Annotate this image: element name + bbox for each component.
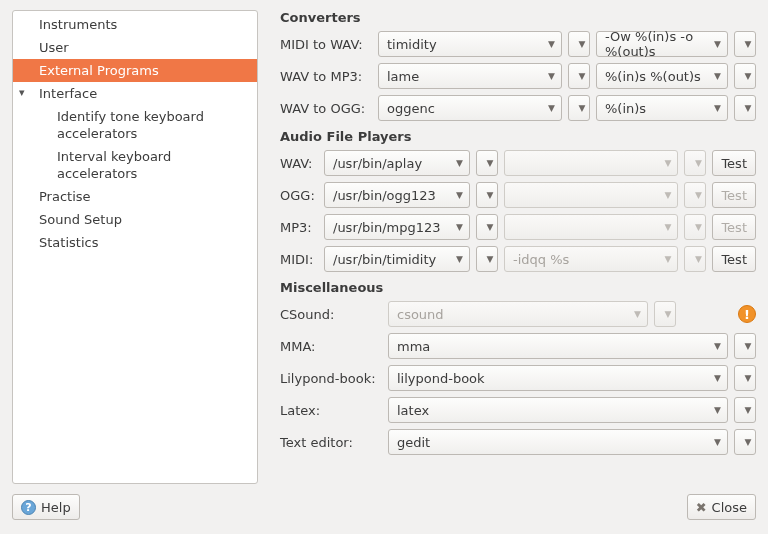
converter-cmd-value: oggenc bbox=[387, 101, 435, 116]
converter-args[interactable]: %(in)s %(out)s▼ bbox=[596, 63, 728, 89]
sidebar-item-instruments[interactable]: Instruments bbox=[13, 13, 257, 36]
misc-label: Latex: bbox=[280, 403, 382, 418]
converter-args[interactable]: -Ow %(in)s -o %(out)s▼ bbox=[596, 31, 728, 57]
audio-cmd-value: /usr/bin/aplay bbox=[333, 156, 422, 171]
misc-dropdown[interactable]: ▼ bbox=[734, 333, 756, 359]
sidebar-item-label: Interface bbox=[39, 86, 97, 101]
converter-cmd[interactable]: timidity▼ bbox=[378, 31, 562, 57]
chevron-down-icon: ▼ bbox=[695, 190, 702, 200]
audio-cmd[interactable]: /usr/bin/ogg123▼ bbox=[324, 182, 470, 208]
sidebar-item-interface[interactable]: ▾Interface bbox=[13, 82, 257, 105]
misc-value: csound▼ bbox=[388, 301, 648, 327]
converter-label: WAV to MP3: bbox=[280, 69, 372, 84]
chevron-down-icon: ▼ bbox=[579, 39, 586, 49]
chevron-down-icon: ▼ bbox=[548, 71, 555, 81]
chevron-down-icon: ▼ bbox=[745, 437, 752, 447]
converter-cmd[interactable]: oggenc▼ bbox=[378, 95, 562, 121]
audio-args: ▼ bbox=[504, 214, 678, 240]
test-label: Test bbox=[721, 188, 747, 203]
chevron-down-icon: ▼ bbox=[695, 158, 702, 168]
audio-args-dropdown: ▼ bbox=[684, 150, 706, 176]
sidebar-item-identify-tone-keyboard-accelerators[interactable]: Identify tone keyboard accelerators bbox=[13, 105, 257, 145]
help-button[interactable]: ? Help bbox=[12, 494, 80, 520]
audio-cmd-dropdown[interactable]: ▼ bbox=[476, 150, 498, 176]
sidebar: InstrumentsUserExternal Programs▾Interfa… bbox=[12, 10, 258, 484]
chevron-down-icon: ▼ bbox=[714, 39, 721, 49]
chevron-down-icon: ▼ bbox=[487, 222, 494, 232]
misc-value-value: csound bbox=[397, 307, 444, 322]
help-label: Help bbox=[41, 500, 71, 515]
converter-args-dropdown[interactable]: ▼ bbox=[734, 95, 756, 121]
misc-row: Text editor:gedit▼▼ bbox=[280, 429, 756, 455]
chevron-down-icon: ▼ bbox=[548, 39, 555, 49]
sidebar-item-user[interactable]: User bbox=[13, 36, 257, 59]
sidebar-item-sound-setup[interactable]: Sound Setup bbox=[13, 208, 257, 231]
chevron-down-icon: ▼ bbox=[664, 158, 671, 168]
converter-args-dropdown[interactable]: ▼ bbox=[734, 31, 756, 57]
converter-cmd-dropdown[interactable]: ▼ bbox=[568, 95, 590, 121]
misc-value[interactable]: mma▼ bbox=[388, 333, 728, 359]
chevron-down-icon: ▼ bbox=[695, 254, 702, 264]
audio-label: MP3: bbox=[280, 220, 318, 235]
chevron-down-icon: ▼ bbox=[664, 254, 671, 264]
sidebar-item-label: Sound Setup bbox=[39, 212, 122, 227]
converter-row: MIDI to WAV:timidity▼▼-Ow %(in)s -o %(ou… bbox=[280, 31, 756, 57]
close-label: Close bbox=[712, 500, 747, 515]
close-icon: ✖ bbox=[696, 500, 707, 515]
chevron-down-icon: ▼ bbox=[579, 103, 586, 113]
converter-args[interactable]: %(in)s▼ bbox=[596, 95, 728, 121]
chevron-down-icon: ▼ bbox=[456, 158, 463, 168]
test-label: Test bbox=[721, 220, 747, 235]
misc-value[interactable]: latex▼ bbox=[388, 397, 728, 423]
misc-dropdown[interactable]: ▼ bbox=[734, 429, 756, 455]
audio-cmd[interactable]: /usr/bin/timidity▼ bbox=[324, 246, 470, 272]
audio-row: WAV:/usr/bin/aplay▼▼▼▼Test bbox=[280, 150, 756, 176]
converter-args-dropdown[interactable]: ▼ bbox=[734, 63, 756, 89]
misc-value-value: latex bbox=[397, 403, 429, 418]
converter-cmd-dropdown[interactable]: ▼ bbox=[568, 31, 590, 57]
audio-row: MP3:/usr/bin/mpg123▼▼▼▼Test bbox=[280, 214, 756, 240]
misc-value-value: lilypond-book bbox=[397, 371, 485, 386]
sidebar-item-interval-keyboard-accelerators[interactable]: Interval keyboard accelerators bbox=[13, 145, 257, 185]
test-label: Test bbox=[721, 252, 747, 267]
audio-cmd-dropdown[interactable]: ▼ bbox=[476, 214, 498, 240]
audio-cmd-value: /usr/bin/timidity bbox=[333, 252, 436, 267]
chevron-down-icon: ▼ bbox=[579, 71, 586, 81]
chevron-down-icon: ▼ bbox=[548, 103, 555, 113]
converter-cmd-dropdown[interactable]: ▼ bbox=[568, 63, 590, 89]
chevron-down-icon: ▼ bbox=[745, 405, 752, 415]
test-button[interactable]: Test bbox=[712, 246, 756, 272]
audio-cmd-value: /usr/bin/ogg123 bbox=[333, 188, 436, 203]
converter-row: WAV to OGG:oggenc▼▼%(in)s▼▼ bbox=[280, 95, 756, 121]
misc-value[interactable]: gedit▼ bbox=[388, 429, 728, 455]
misc-dropdown: ▼ bbox=[654, 301, 676, 327]
misc-dropdown[interactable]: ▼ bbox=[734, 365, 756, 391]
section-title-audio: Audio File Players bbox=[280, 129, 756, 144]
converter-label: MIDI to WAV: bbox=[280, 37, 372, 52]
close-button[interactable]: ✖ Close bbox=[687, 494, 756, 520]
audio-cmd[interactable]: /usr/bin/aplay▼ bbox=[324, 150, 470, 176]
converter-cmd[interactable]: lame▼ bbox=[378, 63, 562, 89]
chevron-down-icon: ▼ bbox=[487, 190, 494, 200]
misc-dropdown[interactable]: ▼ bbox=[734, 397, 756, 423]
converter-args-value: -Ow %(in)s -o %(out)s bbox=[605, 29, 708, 59]
sidebar-item-external-programs[interactable]: External Programs bbox=[13, 59, 257, 82]
chevron-down-icon: ▼ bbox=[745, 39, 752, 49]
chevron-down-icon: ▼ bbox=[745, 341, 752, 351]
audio-cmd[interactable]: /usr/bin/mpg123▼ bbox=[324, 214, 470, 240]
misc-label: Text editor: bbox=[280, 435, 382, 450]
audio-cmd-dropdown[interactable]: ▼ bbox=[476, 182, 498, 208]
audio-row: OGG:/usr/bin/ogg123▼▼▼▼Test bbox=[280, 182, 756, 208]
converter-label: WAV to OGG: bbox=[280, 101, 372, 116]
misc-value-value: mma bbox=[397, 339, 430, 354]
audio-args: -idqq %s▼ bbox=[504, 246, 678, 272]
test-button[interactable]: Test bbox=[712, 150, 756, 176]
audio-cmd-dropdown[interactable]: ▼ bbox=[476, 246, 498, 272]
sidebar-item-statistics[interactable]: Statistics bbox=[13, 231, 257, 254]
misc-row: CSound:csound▼▼! bbox=[280, 301, 756, 327]
section-title-converters: Converters bbox=[280, 10, 756, 25]
warning-icon: ! bbox=[738, 305, 756, 323]
sidebar-item-practise[interactable]: Practise bbox=[13, 185, 257, 208]
audio-args-dropdown: ▼ bbox=[684, 214, 706, 240]
misc-value[interactable]: lilypond-book▼ bbox=[388, 365, 728, 391]
